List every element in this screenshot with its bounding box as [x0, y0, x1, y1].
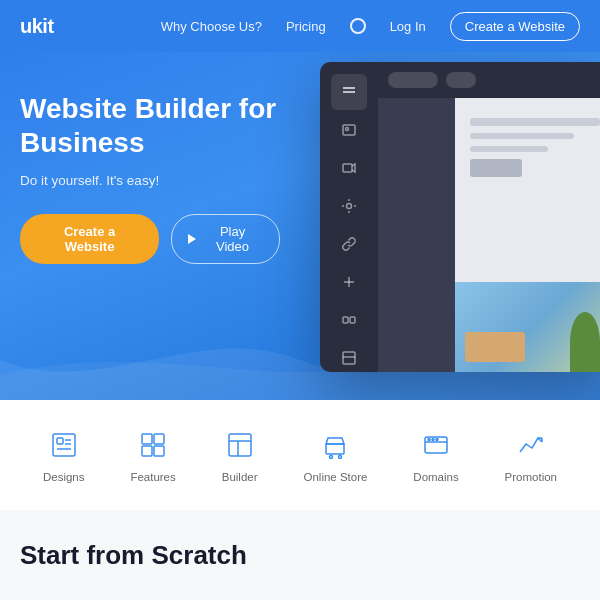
hero-content: Website Builder for Business Do it yours…: [20, 92, 280, 264]
content-line-2: [470, 133, 574, 139]
nav-login[interactable]: Log In: [390, 19, 426, 34]
logo[interactable]: ukit: [20, 15, 54, 38]
svg-rect-24: [326, 444, 344, 454]
svg-rect-21: [229, 434, 251, 456]
nav-pricing[interactable]: Pricing: [286, 19, 326, 34]
svg-rect-18: [154, 434, 164, 444]
sidebar-icon-add: [331, 264, 367, 300]
mockup-canvas: [378, 98, 600, 372]
promotion-label: Promotion: [505, 471, 557, 483]
svg-point-31: [436, 439, 438, 441]
feature-builder[interactable]: Builder: [222, 427, 258, 483]
promotion-icon: [516, 430, 546, 460]
svg-rect-8: [343, 317, 348, 323]
mockup-photo: [455, 282, 600, 372]
content-lines: [470, 118, 600, 184]
svg-rect-12: [53, 434, 75, 456]
feature-domains[interactable]: Domains: [413, 427, 458, 483]
features-label: Features: [130, 471, 175, 483]
toolbar-pill-1: [388, 72, 438, 88]
builder-label: Builder: [222, 471, 258, 483]
svg-point-5: [347, 204, 352, 209]
content-line-cta: [470, 159, 522, 177]
header: ukit Why Choose Us? Pricing Log In Creat…: [0, 0, 600, 52]
svg-rect-13: [57, 438, 63, 444]
toolbar-pill-2: [446, 72, 476, 88]
sidebar-icon-video: [331, 150, 367, 186]
sidebar-icon-layout: [331, 340, 367, 372]
store-label: Online Store: [304, 471, 368, 483]
hero-title: Website Builder for Business: [20, 92, 280, 159]
designs-icon-wrap: [46, 427, 82, 463]
nav-why[interactable]: Why Choose Us?: [161, 19, 262, 34]
svg-rect-9: [350, 317, 355, 323]
create-website-button[interactable]: Create a Website: [20, 214, 159, 264]
svg-rect-20: [154, 446, 164, 456]
sidebar-icon-link: [331, 226, 367, 262]
hero-subtitle: Do it yourself. It's easy!: [20, 173, 280, 188]
svg-point-29: [428, 439, 430, 441]
play-video-button[interactable]: Play Video: [171, 214, 280, 264]
photo-table-object: [465, 332, 525, 362]
svg-point-3: [346, 128, 349, 131]
sidebar-icon-settings: [331, 188, 367, 224]
designs-label: Designs: [43, 471, 85, 483]
feature-features[interactable]: Features: [130, 427, 175, 483]
svg-point-25: [330, 456, 333, 459]
mockup-toolbar: [378, 62, 600, 98]
domains-icon: [421, 430, 451, 460]
hero-section: Website Builder for Business Do it yours…: [0, 52, 600, 400]
svg-point-26: [339, 456, 342, 459]
feature-promotion[interactable]: Promotion: [505, 427, 557, 483]
svg-rect-4: [343, 164, 352, 172]
sidebar-icon-image: [331, 112, 367, 148]
content-line-1: [470, 118, 600, 126]
features-icon-wrap: [135, 427, 171, 463]
photo-plant-object: [570, 312, 600, 372]
feature-store[interactable]: Online Store: [304, 427, 368, 483]
mockup-main: [378, 62, 600, 372]
play-video-label: Play Video: [202, 224, 263, 254]
store-icon: [320, 430, 350, 460]
svg-point-30: [432, 439, 434, 441]
domains-icon-wrap: [418, 427, 454, 463]
nav-cta-button[interactable]: Create a Website: [450, 12, 580, 41]
svg-rect-10: [343, 352, 355, 364]
sidebar-icon-text: [331, 74, 367, 110]
svg-rect-19: [142, 446, 152, 456]
globe-icon[interactable]: [350, 18, 366, 34]
store-icon-wrap: [317, 427, 353, 463]
svg-rect-17: [142, 434, 152, 444]
feature-designs[interactable]: Designs: [43, 427, 85, 483]
builder-icon-wrap: [222, 427, 258, 463]
bottom-section: Start from Scratch: [0, 510, 600, 600]
bottom-title: Start from Scratch: [20, 540, 247, 571]
play-icon: [188, 234, 196, 244]
builder-icon: [225, 430, 255, 460]
promotion-icon-wrap: [513, 427, 549, 463]
hero-buttons: Create a Website Play Video: [20, 214, 280, 264]
designs-icon: [49, 430, 79, 460]
hero-mockup: [320, 62, 600, 372]
features-section: Designs Features Builder: [0, 400, 600, 510]
sidebar-icon-gallery: [331, 302, 367, 338]
main-nav: Why Choose Us? Pricing Log In Create a W…: [161, 12, 580, 41]
content-line-3: [470, 146, 548, 152]
features-icon: [138, 430, 168, 460]
mockup-sidebar: [320, 62, 378, 372]
domains-label: Domains: [413, 471, 458, 483]
